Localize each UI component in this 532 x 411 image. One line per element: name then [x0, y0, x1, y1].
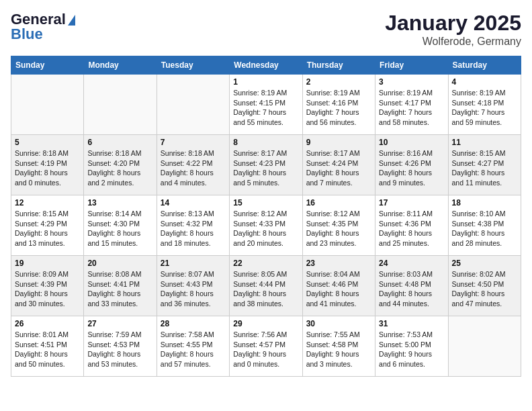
month-title: January 2025 [385, 11, 521, 36]
day-info: Sunrise: 8:15 AM Sunset: 4:29 PM Dayligh… [15, 209, 80, 248]
day-number: 29 [233, 319, 298, 328]
weekday-wednesday: Wednesday [230, 56, 302, 75]
day-number: 17 [379, 198, 444, 208]
calendar-day: 22Sunrise: 8:05 AM Sunset: 4:44 PM Dayli… [230, 256, 302, 316]
day-info: Sunrise: 8:12 AM Sunset: 4:33 PM Dayligh… [233, 209, 298, 248]
day-info: Sunrise: 8:19 AM Sunset: 4:15 PM Dayligh… [233, 88, 298, 128]
day-info: Sunrise: 8:07 AM Sunset: 4:43 PM Dayligh… [161, 269, 226, 309]
day-info: Sunrise: 8:14 AM Sunset: 4:30 PM Dayligh… [87, 209, 152, 248]
calendar-day: 10Sunrise: 8:16 AM Sunset: 4:26 PM Dayli… [375, 135, 448, 195]
day-info: Sunrise: 8:18 AM Sunset: 4:22 PM Dayligh… [161, 148, 226, 188]
title-block: January 2025 Wolferode, Germany [385, 11, 521, 48]
calendar-day: 8Sunrise: 8:17 AM Sunset: 4:23 PM Daylig… [230, 135, 302, 195]
day-info: Sunrise: 8:17 AM Sunset: 4:23 PM Dayligh… [233, 148, 298, 188]
day-number: 31 [379, 319, 444, 328]
day-info: Sunrise: 8:19 AM Sunset: 4:17 PM Dayligh… [379, 88, 444, 128]
day-number: 27 [87, 319, 152, 328]
day-number: 6 [87, 138, 152, 147]
calendar-day: 11Sunrise: 8:15 AM Sunset: 4:27 PM Dayli… [448, 135, 521, 195]
day-info: Sunrise: 8:02 AM Sunset: 4:50 PM Dayligh… [452, 269, 517, 309]
logo: General Blue [11, 11, 75, 43]
calendar-week-2: 12Sunrise: 8:15 AM Sunset: 4:29 PM Dayli… [11, 195, 521, 256]
calendar-week-1: 5Sunrise: 8:18 AM Sunset: 4:19 PM Daylig… [11, 135, 521, 195]
day-info: Sunrise: 8:11 AM Sunset: 4:36 PM Dayligh… [379, 209, 444, 248]
day-number: 9 [306, 138, 371, 147]
weekday-monday: Monday [84, 56, 157, 75]
day-info: Sunrise: 7:58 AM Sunset: 4:55 PM Dayligh… [161, 330, 226, 369]
calendar-day: 30Sunrise: 7:55 AM Sunset: 4:58 PM Dayli… [302, 316, 375, 377]
day-number: 13 [87, 198, 152, 208]
day-info: Sunrise: 8:12 AM Sunset: 4:35 PM Dayligh… [306, 209, 371, 248]
day-info: Sunrise: 8:17 AM Sunset: 4:24 PM Dayligh… [306, 148, 371, 188]
day-number: 21 [161, 259, 226, 268]
calendar-day: 26Sunrise: 8:01 AM Sunset: 4:51 PM Dayli… [11, 316, 84, 377]
day-info: Sunrise: 7:53 AM Sunset: 5:00 PM Dayligh… [379, 330, 444, 369]
calendar-day: 16Sunrise: 8:12 AM Sunset: 4:35 PM Dayli… [302, 195, 375, 256]
calendar-day: 15Sunrise: 8:12 AM Sunset: 4:33 PM Dayli… [230, 195, 302, 256]
calendar-day: 20Sunrise: 8:08 AM Sunset: 4:41 PM Dayli… [84, 256, 157, 316]
calendar-day: 1Sunrise: 8:19 AM Sunset: 4:15 PM Daylig… [230, 75, 302, 135]
day-number: 1 [233, 77, 298, 87]
calendar-day: 7Sunrise: 8:18 AM Sunset: 4:22 PM Daylig… [157, 135, 229, 195]
calendar-day: 25Sunrise: 8:02 AM Sunset: 4:50 PM Dayli… [448, 256, 521, 316]
day-number: 7 [161, 138, 226, 147]
day-number: 3 [379, 77, 444, 87]
day-info: Sunrise: 7:59 AM Sunset: 4:53 PM Dayligh… [87, 330, 152, 369]
day-number: 2 [306, 77, 371, 87]
day-number: 23 [306, 259, 371, 268]
day-info: Sunrise: 8:10 AM Sunset: 4:38 PM Dayligh… [452, 209, 517, 248]
day-info: Sunrise: 8:01 AM Sunset: 4:51 PM Dayligh… [15, 330, 80, 369]
day-number: 16 [306, 198, 371, 208]
calendar-day: 29Sunrise: 7:56 AM Sunset: 4:57 PM Dayli… [230, 316, 302, 377]
day-number: 30 [306, 319, 371, 328]
day-info: Sunrise: 8:16 AM Sunset: 4:26 PM Dayligh… [379, 148, 444, 188]
day-info: Sunrise: 8:13 AM Sunset: 4:32 PM Dayligh… [161, 209, 226, 248]
day-number: 20 [87, 259, 152, 268]
day-number: 8 [233, 138, 298, 147]
calendar-day: 6Sunrise: 8:18 AM Sunset: 4:20 PM Daylig… [84, 135, 157, 195]
day-number: 5 [15, 138, 80, 147]
day-info: Sunrise: 8:18 AM Sunset: 4:19 PM Dayligh… [15, 148, 80, 188]
calendar-day: 18Sunrise: 8:10 AM Sunset: 4:38 PM Dayli… [448, 195, 521, 256]
weekday-thursday: Thursday [302, 56, 375, 75]
location: Wolferode, Germany [385, 36, 521, 48]
day-info: Sunrise: 8:19 AM Sunset: 4:18 PM Dayligh… [452, 88, 517, 128]
page-header: General Blue January 2025 Wolferode, Ger… [11, 11, 521, 48]
weekday-saturday: Saturday [448, 56, 521, 75]
day-info: Sunrise: 8:03 AM Sunset: 4:48 PM Dayligh… [379, 269, 444, 309]
calendar-day [157, 75, 229, 135]
day-info: Sunrise: 8:19 AM Sunset: 4:16 PM Dayligh… [306, 88, 371, 128]
day-number: 22 [233, 259, 298, 268]
day-info: Sunrise: 8:04 AM Sunset: 4:46 PM Dayligh… [306, 269, 371, 309]
day-number: 24 [379, 259, 444, 268]
calendar-day: 2Sunrise: 8:19 AM Sunset: 4:16 PM Daylig… [302, 75, 375, 135]
calendar-day [448, 316, 521, 377]
calendar-day: 17Sunrise: 8:11 AM Sunset: 4:36 PM Dayli… [375, 195, 448, 256]
day-number: 12 [15, 198, 80, 208]
day-number: 25 [452, 259, 517, 268]
calendar-day: 21Sunrise: 8:07 AM Sunset: 4:43 PM Dayli… [157, 256, 229, 316]
day-number: 26 [15, 319, 80, 328]
day-number: 28 [161, 319, 226, 328]
calendar-day: 24Sunrise: 8:03 AM Sunset: 4:48 PM Dayli… [375, 256, 448, 316]
calendar-day: 31Sunrise: 7:53 AM Sunset: 5:00 PM Dayli… [375, 316, 448, 377]
day-number: 15 [233, 198, 298, 208]
calendar-day: 27Sunrise: 7:59 AM Sunset: 4:53 PM Dayli… [84, 316, 157, 377]
day-info: Sunrise: 8:08 AM Sunset: 4:41 PM Dayligh… [87, 269, 152, 309]
logo-arrow-icon [68, 15, 75, 26]
weekday-header-row: SundayMondayTuesdayWednesdayThursdayFrid… [11, 56, 521, 75]
calendar-week-0: 1Sunrise: 8:19 AM Sunset: 4:15 PM Daylig… [11, 75, 521, 135]
day-info: Sunrise: 7:55 AM Sunset: 4:58 PM Dayligh… [306, 330, 371, 369]
day-number: 19 [15, 259, 80, 268]
calendar-week-3: 19Sunrise: 8:09 AM Sunset: 4:39 PM Dayli… [11, 256, 521, 316]
day-number: 10 [379, 138, 444, 147]
day-info: Sunrise: 8:05 AM Sunset: 4:44 PM Dayligh… [233, 269, 298, 309]
calendar-day: 23Sunrise: 8:04 AM Sunset: 4:46 PM Dayli… [302, 256, 375, 316]
calendar-day: 4Sunrise: 8:19 AM Sunset: 4:18 PM Daylig… [448, 75, 521, 135]
calendar-week-4: 26Sunrise: 8:01 AM Sunset: 4:51 PM Dayli… [11, 316, 521, 377]
calendar-day: 28Sunrise: 7:58 AM Sunset: 4:55 PM Dayli… [157, 316, 229, 377]
calendar-day: 13Sunrise: 8:14 AM Sunset: 4:30 PM Dayli… [84, 195, 157, 256]
logo-blue: Blue [11, 26, 43, 43]
day-number: 14 [161, 198, 226, 208]
weekday-friday: Friday [375, 56, 448, 75]
